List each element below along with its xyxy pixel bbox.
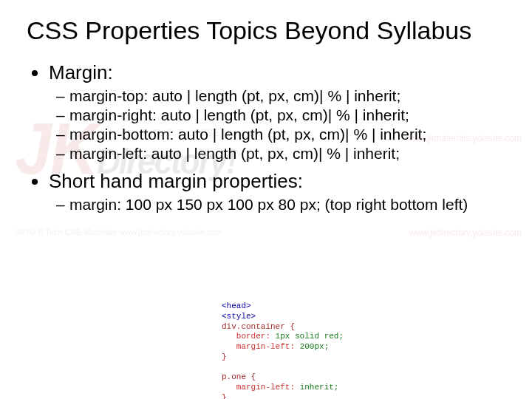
bullet-shorthand-label: Short hand margin properties: — [49, 170, 303, 192]
code-part: inherit; — [295, 383, 338, 392]
sub-bullet: margin-right: auto | length (pt, px, cm)… — [69, 106, 505, 124]
watermark-strip: JNTU B Tech CSE Materials www.jkdirector… — [15, 228, 222, 236]
code-line: p.one { — [222, 372, 256, 381]
sub-bullet: margin-left: auto | length (pt, px, cm)|… — [69, 145, 505, 163]
sub-bullet: margin: 100 px 150 px 100 px 80 px; (top… — [69, 196, 505, 214]
bullet-list-margin-sub: margin-top: auto | length (pt, px, cm)| … — [56, 87, 505, 163]
code-snippet: <head> <style> div.container { border: 1… — [222, 301, 344, 399]
code-part: border: — [222, 332, 270, 341]
code-line: div.container { — [222, 322, 295, 331]
watermark-url-bottom: www.jkdirectory.yolasite.com — [409, 228, 522, 238]
code-part: 200px; — [295, 342, 329, 351]
sub-bullet: margin-top: auto | length (pt, px, cm)| … — [69, 87, 505, 105]
slide-content: CSS Properties Topics Beyond Syllabus Ma… — [0, 0, 532, 214]
code-part: 1px solid red; — [270, 332, 344, 341]
slide-title: CSS Properties Topics Beyond Syllabus — [27, 16, 505, 45]
code-line: } — [222, 352, 227, 361]
bullet-list-level1: Margin: margin-top: auto | length (pt, p… — [33, 61, 505, 214]
bullet-shorthand: Short hand margin properties: margin: 10… — [49, 170, 505, 214]
bullet-list-shorthand-sub: margin: 100 px 150 px 100 px 80 px; (top… — [56, 196, 505, 214]
bullet-margin-label: Margin: — [49, 61, 113, 83]
code-line: <head> — [222, 301, 251, 310]
sub-bullet: margin-bottom: auto | length (pt, px, cm… — [69, 126, 505, 143]
code-line: <style> — [222, 312, 256, 321]
code-part: margin-left: — [222, 342, 295, 351]
bullet-margin: Margin: margin-top: auto | length (pt, p… — [49, 61, 505, 163]
code-part: margin-left: — [222, 383, 295, 392]
code-line: } — [222, 393, 227, 399]
